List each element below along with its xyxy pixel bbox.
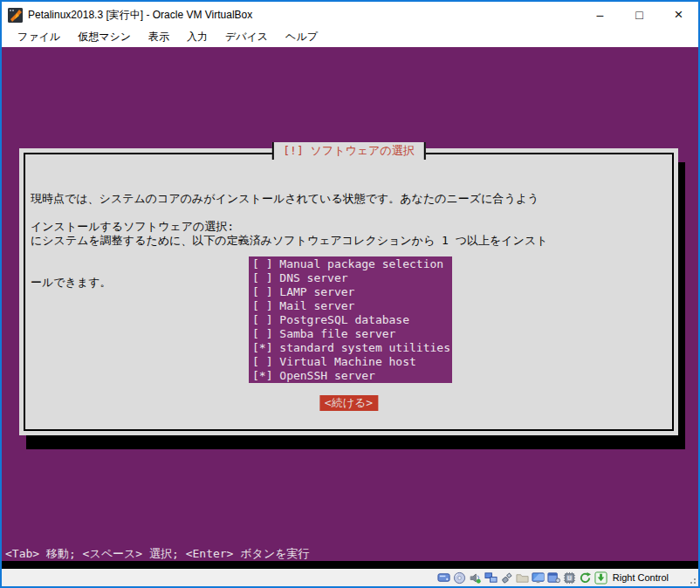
- checklist-label: Virtual Machine host: [272, 355, 415, 368]
- keyboard-help-text: <Tab> 移動; <スペース> 選択; <Enter> ボタンを実行: [5, 547, 310, 561]
- checklist-item[interactable]: [ ] PostgreSQL database: [252, 313, 452, 327]
- mouse-integration-icon[interactable]: [579, 571, 593, 585]
- software-selection-dialog: [!] ソフトウェアの選択 現時点では、システムのコアのみがインストールされてい…: [19, 148, 678, 435]
- resize-grip[interactable]: [687, 575, 696, 584]
- cd-icon[interactable]: [453, 571, 467, 585]
- host-key-capture-icon[interactable]: [594, 571, 608, 585]
- svg-text:U: U: [567, 574, 572, 581]
- continue-button[interactable]: <続ける>: [319, 395, 378, 411]
- checklist-label: Samba file server: [272, 327, 395, 340]
- software-checklist: [ ] Manual package selection[ ] DNS serv…: [249, 256, 452, 383]
- checkbox: [ ]: [252, 313, 272, 326]
- shared-folder-icon[interactable]: [516, 571, 530, 585]
- checkbox: [*]: [252, 341, 272, 354]
- checkbox: [ ]: [252, 299, 272, 312]
- audio-icon[interactable]: [469, 571, 483, 585]
- selection-prompt: インストールするソフトウェアの選択:: [31, 220, 234, 234]
- menu-item-4[interactable]: デバイス: [216, 28, 277, 47]
- checklist-item[interactable]: [ ] Manual package selection: [252, 257, 452, 271]
- checklist-label: PostgreSQL database: [272, 313, 409, 326]
- body-line: にシステムを調整するために、以下の定義済みソフトウェアコレクションから 1 つ以…: [31, 234, 548, 248]
- window-title: Petalinux2018.3 [実行中] - Oracle VM Virtua…: [28, 8, 580, 23]
- menu-item-2[interactable]: 表示: [140, 28, 178, 47]
- checklist-item[interactable]: [ ] Mail server: [252, 299, 452, 313]
- minimize-button[interactable]: –: [580, 2, 620, 28]
- checkbox: [ ]: [252, 285, 272, 298]
- checklist-label: Manual package selection: [272, 257, 443, 270]
- menu-bar: ファイル仮想マシン表示入力デバイスヘルプ: [2, 28, 698, 47]
- checkbox: [ ]: [252, 355, 272, 368]
- network-icon[interactable]: [484, 571, 498, 585]
- checklist-label: OpenSSH server: [272, 369, 374, 382]
- petalinux-vm-icon: [8, 8, 23, 23]
- virtualbox-window: Petalinux2018.3 [実行中] - Oracle VM Virtua…: [0, 0, 700, 588]
- menu-item-3[interactable]: 入力: [178, 28, 216, 47]
- display-icon[interactable]: [532, 571, 546, 585]
- title-bar[interactable]: Petalinux2018.3 [実行中] - Oracle VM Virtua…: [2, 2, 698, 28]
- host-key-label: Right Control: [613, 572, 669, 583]
- checklist-label: standard system utilities: [272, 341, 450, 354]
- dialog-title: [!] ソフトウェアの選択: [271, 142, 425, 160]
- checklist-item[interactable]: [*] standard system utilities: [252, 341, 452, 355]
- checklist-item[interactable]: [ ] Samba file server: [252, 327, 452, 341]
- checklist-item[interactable]: [ ] LAMP server: [252, 285, 452, 299]
- checklist-item[interactable]: [ ] DNS server: [252, 271, 452, 285]
- body-line: 現時点では、システムのコアのみがインストールされている状態です。あなたのニーズに…: [31, 192, 548, 206]
- vm-screen: [!] ソフトウェアの選択 現時点では、システムのコアのみがインストールされてい…: [2, 47, 698, 571]
- checkbox: [ ]: [252, 327, 272, 340]
- menu-item-0[interactable]: ファイル: [9, 28, 69, 47]
- dialog-shadow-bottom: [26, 435, 685, 449]
- close-button[interactable]: ×: [659, 2, 698, 28]
- menu-item-1[interactable]: 仮想マシン: [69, 28, 140, 47]
- maximize-button[interactable]: □: [620, 2, 659, 28]
- checklist-item[interactable]: [ ] Virtual Machine host: [252, 355, 452, 369]
- menu-item-5[interactable]: ヘルプ: [277, 28, 326, 47]
- checklist-label: Mail server: [272, 299, 354, 312]
- checkbox: [ ]: [252, 257, 272, 270]
- vm-status-bar: U Right Control: [2, 569, 698, 586]
- checklist-label: DNS server: [272, 271, 347, 284]
- recording-icon[interactable]: [547, 571, 561, 585]
- hdd-icon[interactable]: [437, 571, 451, 585]
- checklist-label: LAMP server: [272, 285, 354, 298]
- usb-icon[interactable]: [500, 571, 514, 585]
- cpu-icon[interactable]: U: [563, 571, 577, 585]
- checkbox: [*]: [252, 369, 272, 382]
- checklist-item[interactable]: [*] OpenSSH server: [252, 369, 452, 383]
- dialog-shadow-right: [678, 162, 685, 449]
- checkbox: [ ]: [252, 271, 272, 284]
